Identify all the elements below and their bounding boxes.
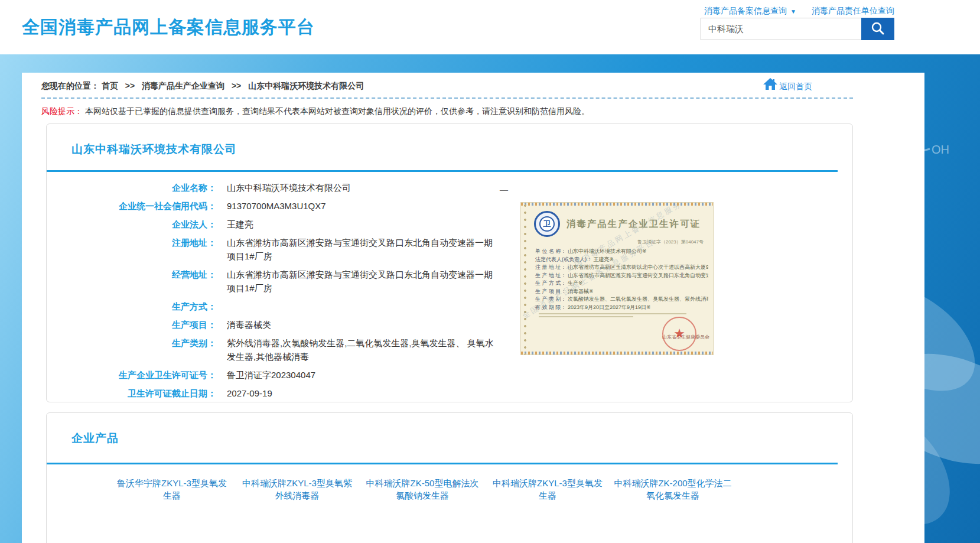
product-link[interactable]: 中科瑞沃牌ZKYL-3型臭氧紫外线消毒器 <box>238 477 356 502</box>
nav-link-responsible-unit-query[interactable]: 消毒产品责任单位查询 <box>812 6 894 17</box>
certificate-line-value: 2023年9月20日至2027年9月19日※ <box>568 304 651 310</box>
field-row: 企业统一社会信用代码： 91370700MA3M3U1QX7 <box>47 197 566 215</box>
field-label: 企业法人： <box>47 217 216 231</box>
certificate-line-value: 山东省潍坊市高新区玉清东街以北中心次干道以西高新大厦902房间※ <box>568 264 708 270</box>
certificate-line-label: 生 产 项 目： <box>535 288 566 294</box>
risk-notice-label: 风险提示： <box>41 106 83 116</box>
field-label: 生产项目： <box>47 318 216 331</box>
breadcrumb-enterprise-query[interactable]: 消毒产品生产企业查询 <box>142 81 224 90</box>
page: 全国消毒产品网上备案信息服务平台 消毒产品备案信息查询 ▼ 消毒产品责任单位查询 <box>0 0 980 543</box>
product-link[interactable]: 中科瑞沃牌ZK-50型电解法次氯酸钠发生器 <box>363 477 481 502</box>
certificate-line: 法定代表人(或负责人)： 王建亮※ <box>535 256 708 264</box>
product-link[interactable]: 鲁沃华宇牌ZKYL-3型臭氧发生器 <box>113 477 231 502</box>
risk-notice: 风险提示： 本网站仅基于已掌握的信息提供查询服务，查询结果不代表本网站对被查询对… <box>41 106 590 117</box>
certificate-note <box>539 313 713 317</box>
breadcrumb-current: 山东中科瑞沃环境技术有限公司 <box>248 81 364 90</box>
field-label: 企业名称： <box>47 181 216 194</box>
certificate-line: 注 册 地 址： 山东省潍坊市高新区玉清东街以北中心次干道以西高新大厦902房间… <box>535 264 708 272</box>
certificate-binding-holes <box>522 203 528 355</box>
dashed-divider <box>41 97 853 99</box>
field-row: 生产项目： 消毒器械类 <box>47 316 566 334</box>
header: 全国消毒产品网上备案信息服务平台 消毒产品备案信息查询 ▼ 消毒产品责任单位查询 <box>0 0 980 54</box>
certificate-line: 生 产 地 址： 山东省潍坊市高新区潍安路与宝通街交叉路口东北角自动变速器一期项… <box>535 272 708 280</box>
certificate-lines: 单 位 名 称： 山东中科瑞沃环境技术有限公司※ 法定代表人(或负责人)： 王建… <box>535 248 708 311</box>
search-icon <box>870 20 886 38</box>
nav-link-filing-info-query[interactable]: 消毒产品备案信息查询 ▼ <box>704 6 796 17</box>
breadcrumb: 您现在的位置： 首页 >> 消毒产品生产企业查询 >> 山东中科瑞沃环境技术有限… <box>41 81 364 92</box>
content-panel: 您现在的位置： 首页 >> 消毒产品生产企业查询 >> 山东中科瑞沃环境技术有限… <box>22 73 924 543</box>
license-certificate-image: 全国消毒产品网上备案信息服务平台 全国消毒产品网上备案信息服务平台 卫 消毒产品… <box>520 202 714 355</box>
breadcrumb-prefix: 您现在的位置： <box>41 81 99 90</box>
certificate-line-label: 生 产 地 址： <box>535 272 566 278</box>
certificate-line-value: 山东省潍坊市高新区潍安路与宝通街交叉路口东北角自动变速器一期项目1#厂房 <box>568 272 708 278</box>
field-row: 注册地址： 山东省潍坊市高新区潍安路与宝通街交叉路口东北角自动变速器一期项目1#… <box>47 233 566 265</box>
products-card-title: 企业产品 <box>71 431 119 446</box>
search-button[interactable] <box>861 18 894 40</box>
certificate-line-value: 消毒器械※ <box>568 288 594 294</box>
field-label: 生产方式： <box>47 300 216 313</box>
certificate-header: 卫 消毒产品生产企业卫生许可证 <box>534 211 707 237</box>
certificate-line-label: 注 册 地 址： <box>535 264 566 270</box>
field-row: 生产类别： 紫外线消毒器,次氯酸钠发生器,二氧化氯发生器,臭氧发生器、 臭氧水发… <box>47 334 566 366</box>
national-emblem-icon: 卫 <box>534 211 560 237</box>
back-home-link[interactable]: 返回首页 <box>763 77 812 92</box>
stray-dash: — <box>500 185 508 194</box>
certificate-number: 鲁卫消证字（2023）第04047号 <box>521 239 704 245</box>
certificate-line: 有 效 期 限： 2023年9月20日至2027年9月19日※ <box>535 304 708 312</box>
certificate-line-label: 生 产 方 式： <box>535 280 566 286</box>
caret-down-icon: ▼ <box>790 8 796 15</box>
home-icon <box>763 77 778 92</box>
site-title: 全国消毒产品网上备案信息服务平台 <box>22 15 315 40</box>
certificate-line: 生 产 方 式： 生产※ <box>535 279 708 288</box>
note-line <box>539 316 633 317</box>
search-bar <box>701 18 894 40</box>
company-name-title: 山东中科瑞沃环境技术有限公司 <box>71 142 237 157</box>
certificate-line-value: 山东中科瑞沃环境技术有限公司※ <box>568 248 647 254</box>
company-fields: 企业名称： 山东中科瑞沃环境技术有限公司 企业统一社会信用代码： 9137070… <box>47 178 566 402</box>
card-divider-line <box>47 463 838 464</box>
search-input[interactable] <box>701 18 861 40</box>
field-row: 生产企业卫生许可证号： 鲁卫消证字202304047 <box>47 366 566 384</box>
product-link[interactable]: 中科瑞沃牌ZK-200型化学法二氧化氯发生器 <box>614 477 732 502</box>
page-background: O OH 您现在的位置： 首页 >> 消毒产品生产企业查询 >> 山东中科瑞沃环… <box>0 54 980 543</box>
breadcrumb-home[interactable]: 首页 <box>102 81 118 90</box>
certificate-border-pattern <box>521 352 713 355</box>
card-divider-line <box>47 170 838 172</box>
certificate-line: 生 产 类 别： 次氯酸钠发生器、二氧化氯发生器、臭氧发生器、紫外线消毒器※ <box>535 295 708 304</box>
field-value: 山东省潍坊市高新区潍安路与宝通街交叉路口东北角自动变速器一期项目1#厂房 <box>227 268 500 295</box>
field-value: 山东中科瑞沃环境技术有限公司 <box>227 181 351 194</box>
seal-star: ★ <box>673 326 685 342</box>
certificate-line-label: 单 位 名 称： <box>535 248 566 254</box>
company-info-card: 山东中科瑞沃环境技术有限公司 企业名称： 山东中科瑞沃环境技术有限公司 企业统一… <box>46 123 853 402</box>
certificate-line-label: 生 产 类 别： <box>535 296 566 302</box>
field-row: 卫生许可证截止日期： 2027-09-19 <box>47 384 566 402</box>
certificate-line: 单 位 名 称： 山东中科瑞沃环境技术有限公司※ <box>535 248 708 256</box>
nav-link-label: 消毒产品责任单位查询 <box>812 6 894 17</box>
field-row: 生产方式： <box>47 297 566 316</box>
certificate-line-label: 有 效 期 限： <box>535 304 566 310</box>
field-value: 山东省潍坊市高新区潍安路与宝通街交叉路口东北角自动变速器一期项目1#厂房 <box>227 236 500 263</box>
certificate-title: 消毒产品生产企业卫生许可证 <box>560 218 707 230</box>
breadcrumb-separator: >> <box>232 81 241 90</box>
field-row: 企业名称： 山东中科瑞沃环境技术有限公司 <box>47 178 566 197</box>
field-label: 企业统一社会信用代码： <box>47 199 216 213</box>
certificate-line-label: 法定代表人(或负责人)： <box>535 256 592 262</box>
product-link-list: 鲁沃华宇牌ZKYL-3型臭氧发生器中科瑞沃牌ZKYL-3型臭氧紫外线消毒器中科瑞… <box>113 477 792 502</box>
note-line <box>539 313 686 314</box>
risk-notice-text: 本网站仅基于已掌握的信息提供查询服务，查询结果不代表本网站对被查询对象信用状况的… <box>85 106 590 116</box>
certificate-line-value: 王建亮※ <box>594 256 614 262</box>
field-value: 紫外线消毒器,次氯酸钠发生器,二氧化氯发生器,臭氧发生器、 臭氧水发生器,其他器… <box>227 336 500 363</box>
product-link[interactable]: 中科瑞沃牌ZKYL-3型臭氧发生器 <box>489 477 607 502</box>
field-value: 鲁卫消证字202304047 <box>227 368 315 382</box>
field-value: 王建亮 <box>227 217 253 231</box>
certificate-line-value: 次氯酸钠发生器、二氧化氯发生器、臭氧发生器、紫外线消毒器※ <box>568 296 708 302</box>
breadcrumb-separator: >> <box>125 81 135 90</box>
field-label: 生产类别： <box>47 336 216 350</box>
company-products-card: 企业产品 鲁沃华宇牌ZKYL-3型臭氧发生器中科瑞沃牌ZKYL-3型臭氧紫外线消… <box>46 412 853 543</box>
nav-link-label: 消毒产品备案信息查询 <box>704 6 787 17</box>
header-nav: 消毒产品备案信息查询 ▼ 消毒产品责任单位查询 <box>704 6 894 17</box>
emblem-glyph: 卫 <box>539 216 555 232</box>
field-label: 生产企业卫生许可证号： <box>47 368 216 382</box>
svg-text:OH: OH <box>932 143 949 156</box>
field-label: 注册地址： <box>47 236 216 249</box>
